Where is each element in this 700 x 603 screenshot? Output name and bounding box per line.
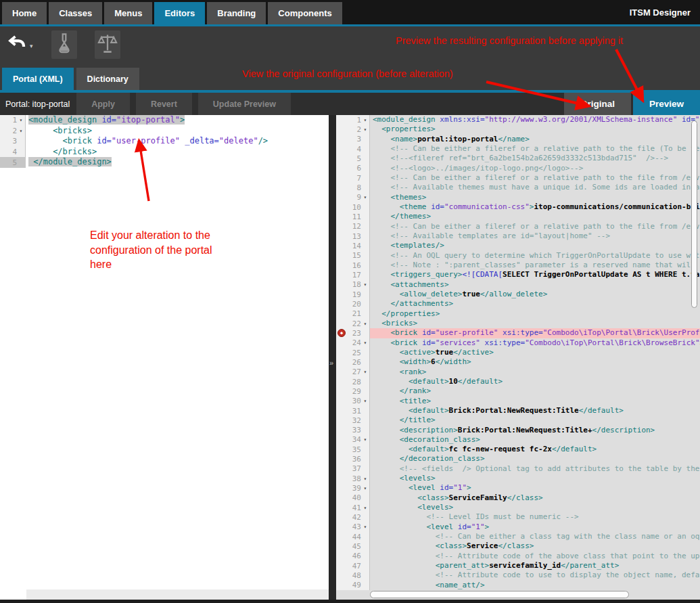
line-gutter[interactable]: 7 bbox=[336, 173, 370, 183]
line-gutter[interactable]: 42 bbox=[336, 512, 370, 522]
nav-tab-classes[interactable]: Classes bbox=[49, 2, 102, 24]
line-gutter[interactable]: 24▾ bbox=[336, 338, 370, 348]
line-gutter[interactable]: 45 bbox=[336, 541, 370, 551]
line-gutter[interactable]: 41▾ bbox=[336, 503, 370, 512]
code-text[interactable]: </module_design> bbox=[26, 157, 329, 168]
fold-toggle-icon[interactable]: ▾ bbox=[17, 117, 25, 123]
line-gutter[interactable]: 32 bbox=[336, 416, 370, 425]
line-gutter[interactable]: 16 bbox=[336, 261, 370, 270]
fold-toggle-icon[interactable]: ▾ bbox=[361, 117, 369, 123]
line-gutter[interactable]: 5 bbox=[0, 157, 26, 168]
code-line[interactable]: 4 </bricks> bbox=[0, 147, 329, 158]
line-gutter[interactable]: 4 bbox=[0, 147, 26, 158]
line-gutter[interactable]: 13 bbox=[336, 231, 370, 241]
line-gutter[interactable]: 27▾ bbox=[336, 367, 370, 377]
code-line[interactable]: 2▾ <bricks> bbox=[0, 126, 329, 137]
nav-tab-components[interactable]: Components bbox=[268, 2, 342, 24]
fold-toggle-icon[interactable]: ▾ bbox=[361, 369, 369, 375]
line-gutter[interactable]: 37 bbox=[336, 464, 370, 474]
line-gutter[interactable]: 19 bbox=[336, 290, 370, 299]
line-gutter[interactable]: 39▾ bbox=[336, 483, 370, 493]
line-gutter[interactable]: 33 bbox=[336, 426, 370, 435]
undo-dropdown-caret[interactable]: ▾ bbox=[30, 43, 33, 49]
fold-toggle-icon[interactable]: ▾ bbox=[361, 340, 369, 346]
original-xml-viewer[interactable]: 1▾<module_design xmlns:xsi="http://www.w… bbox=[336, 115, 700, 600]
line-gutter[interactable]: 26 bbox=[336, 357, 370, 367]
fold-toggle-icon[interactable]: ▾ bbox=[361, 194, 369, 200]
preview-view-button[interactable]: Preview bbox=[633, 93, 700, 115]
fold-toggle-icon[interactable]: ▾ bbox=[361, 505, 369, 511]
line-gutter[interactable]: 29 bbox=[336, 386, 370, 396]
line-gutter[interactable]: 43▾ bbox=[336, 522, 370, 532]
line-gutter[interactable]: 1▾ bbox=[0, 115, 26, 126]
line-gutter[interactable]: 18▾ bbox=[336, 280, 370, 290]
right-editor-hscroll-thumb[interactable] bbox=[370, 591, 629, 598]
line-gutter[interactable]: 25 bbox=[336, 348, 370, 357]
fold-toggle-icon[interactable]: ▾ bbox=[361, 398, 369, 404]
editor-tab-dictionary[interactable]: Dictionary bbox=[76, 68, 139, 90]
code-line[interactable]: 3 <brick id="user-profile" _delta="delet… bbox=[0, 136, 329, 147]
line-gutter[interactable]: ◆23 bbox=[336, 328, 370, 338]
nav-tab-home[interactable]: Home bbox=[2, 2, 47, 24]
left-editor-hscroll-track[interactable] bbox=[26, 589, 329, 600]
fold-toggle-icon[interactable]: ▾ bbox=[361, 524, 369, 530]
nav-tab-editors[interactable]: Editors bbox=[154, 2, 205, 24]
line-gutter[interactable]: 2▾ bbox=[0, 126, 26, 137]
editor-tab-portal-xml-[interactable]: Portal (XML) bbox=[2, 68, 74, 90]
original-view-button[interactable]: Original bbox=[564, 93, 631, 115]
line-gutter[interactable]: 40 bbox=[336, 493, 370, 503]
code-text[interactable]: </bricks> bbox=[26, 147, 329, 158]
apply-button[interactable]: Apply bbox=[76, 93, 130, 115]
test-flask-button[interactable] bbox=[51, 30, 77, 59]
code-text[interactable]: <brick id="user-profile" _delta="delete"… bbox=[26, 136, 329, 147]
update-preview-button[interactable]: Update Preview bbox=[198, 93, 291, 115]
line-gutter[interactable]: 36 bbox=[336, 454, 370, 464]
code-text[interactable]: <module_design id="itop-portal"> bbox=[26, 115, 329, 126]
right-editor-vscroll-thumb[interactable] bbox=[691, 120, 697, 308]
line-gutter[interactable]: 47 bbox=[336, 561, 370, 571]
line-gutter[interactable]: 4 bbox=[336, 144, 370, 154]
line-gutter[interactable]: 17 bbox=[336, 270, 370, 280]
line-gutter[interactable]: 1▾ bbox=[336, 115, 370, 125]
line-gutter[interactable]: 14 bbox=[336, 241, 370, 250]
line-gutter[interactable]: 9▾ bbox=[336, 193, 370, 202]
line-gutter[interactable]: 49 bbox=[336, 581, 370, 590]
line-gutter[interactable]: 5 bbox=[336, 154, 370, 163]
nav-tab-branding[interactable]: Branding bbox=[207, 2, 266, 24]
splitter-handle-icon[interactable]: » bbox=[329, 359, 333, 367]
line-gutter[interactable]: 10 bbox=[336, 202, 370, 212]
line-gutter[interactable]: 8 bbox=[336, 183, 370, 192]
line-gutter[interactable]: 22▾ bbox=[336, 319, 370, 328]
fold-toggle-icon[interactable]: ▾ bbox=[361, 127, 369, 133]
nav-tab-menus[interactable]: Menus bbox=[104, 2, 152, 24]
line-gutter[interactable]: 28 bbox=[336, 377, 370, 386]
line-gutter[interactable]: 21 bbox=[336, 309, 370, 319]
undo-button[interactable] bbox=[4, 30, 30, 59]
line-gutter[interactable]: 46 bbox=[336, 552, 370, 561]
line-gutter[interactable]: 15 bbox=[336, 251, 370, 261]
fold-toggle-icon[interactable]: ▾ bbox=[361, 437, 369, 443]
panel-splitter[interactable]: » bbox=[329, 115, 336, 600]
line-gutter[interactable]: 35 bbox=[336, 445, 370, 454]
line-gutter[interactable]: 31 bbox=[336, 406, 370, 416]
fold-toggle-icon[interactable]: ▾ bbox=[17, 128, 25, 134]
line-gutter[interactable]: 3 bbox=[336, 135, 370, 144]
code-text[interactable]: <bricks> bbox=[26, 126, 329, 137]
fold-toggle-icon[interactable]: ▾ bbox=[361, 282, 369, 288]
line-gutter[interactable]: 20 bbox=[336, 299, 370, 309]
delta-xml-editor[interactable]: 1▾<module_design id="itop-portal">2▾ <br… bbox=[0, 115, 329, 600]
line-gutter[interactable]: 34▾ bbox=[336, 435, 370, 445]
line-gutter[interactable]: 48 bbox=[336, 571, 370, 580]
fold-toggle-icon[interactable]: ▾ bbox=[361, 321, 369, 327]
line-gutter[interactable]: 38▾ bbox=[336, 474, 370, 483]
line-gutter[interactable]: 30▾ bbox=[336, 397, 370, 406]
line-gutter[interactable]: 6 bbox=[336, 164, 370, 173]
line-gutter[interactable]: 44 bbox=[336, 532, 370, 541]
fold-toggle-icon[interactable]: ▾ bbox=[361, 485, 369, 491]
line-gutter[interactable]: 12 bbox=[336, 222, 370, 231]
code-line[interactable]: 5 </module_design> bbox=[0, 157, 329, 168]
code-line[interactable]: 1▾<module_design id="itop-portal"> bbox=[0, 115, 329, 126]
line-gutter[interactable]: 2▾ bbox=[336, 125, 370, 134]
revert-button[interactable]: Revert bbox=[136, 93, 192, 115]
fold-toggle-icon[interactable]: ▾ bbox=[361, 476, 369, 482]
